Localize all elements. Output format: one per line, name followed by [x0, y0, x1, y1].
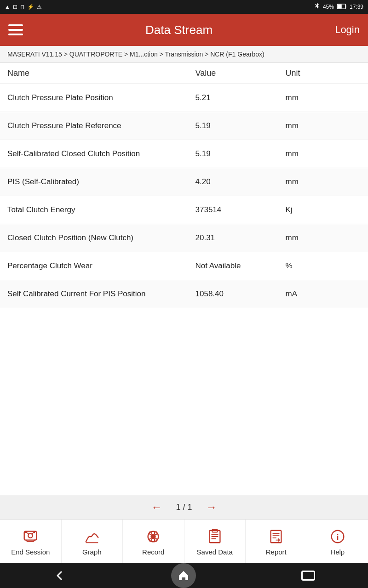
row-name-7: Self Calibrated Current For PIS Position	[7, 289, 196, 299]
value-column-header: Value	[196, 68, 286, 78]
row-value-2: 5.19	[196, 149, 286, 158]
end-session-icon	[21, 527, 40, 546]
svg-rect-15	[271, 530, 282, 543]
status-bar: ▲ ⊡ ⊓ ⚡ ⚠ 45% 17:39	[0, 0, 368, 14]
signal-icon: ▲	[5, 4, 10, 10]
row-name-3: PIS (Self-Calibrated)	[7, 177, 196, 187]
nav-end-session[interactable]: End Session	[0, 520, 62, 563]
table-row[interactable]: Self Calibrated Current For PIS Position…	[0, 280, 368, 308]
row-value-3: 4.20	[196, 177, 286, 187]
row-value-6: Not Available	[196, 261, 286, 271]
table-row[interactable]: Total Clutch Energy 373514 Kj	[0, 196, 368, 224]
row-value-7: 1058.40	[196, 289, 286, 299]
table-row[interactable]: Closed Clutch Position (New Clutch) 20.3…	[0, 224, 368, 252]
nav-label-record: Record	[142, 548, 164, 556]
row-unit-3: mm	[286, 177, 361, 187]
row-name-1: Clutch Pressure Plate Reference	[7, 121, 196, 130]
row-name-0: Clutch Pressure Plate Position	[7, 93, 196, 102]
row-unit-6: %	[286, 261, 361, 271]
page-indicator: 1 / 1	[176, 503, 192, 512]
nav-record[interactable]: Record	[123, 520, 184, 563]
pagination: ← 1 / 1 →	[0, 495, 368, 519]
table-row[interactable]: Clutch Pressure Plate Position 5.21 mm	[0, 84, 368, 112]
nav-report[interactable]: Report	[246, 520, 307, 563]
battery-percentage: 45%	[323, 4, 334, 10]
svg-point-10	[155, 531, 157, 534]
row-value-1: 5.19	[196, 121, 286, 130]
table-row[interactable]: Self-Calibrated Closed Clutch Position 5…	[0, 140, 368, 168]
row-unit-5: mm	[286, 233, 361, 243]
recents-button[interactable]	[301, 571, 315, 581]
row-value-0: 5.21	[196, 93, 286, 102]
nav-help[interactable]: i Help	[307, 520, 368, 563]
table-row[interactable]: Percentage Clutch Wear Not Available %	[0, 252, 368, 280]
saved-data-icon	[205, 527, 224, 546]
row-unit-2: mm	[286, 149, 361, 158]
row-name-2: Self-Calibrated Closed Clutch Position	[7, 149, 196, 158]
prev-page-button[interactable]: ←	[151, 501, 162, 514]
unit-column-header: Unit	[286, 68, 361, 78]
row-unit-1: mm	[286, 121, 361, 130]
bottom-nav: End Session Graph Record Saved Data Repo…	[0, 519, 368, 563]
row-name-6: Percentage Clutch Wear	[7, 261, 196, 271]
svg-point-12	[155, 538, 157, 541]
nav-saved-data[interactable]: Saved Data	[184, 520, 246, 563]
bluetooth-icon	[314, 3, 320, 11]
row-name-4: Total Clutch Energy	[7, 205, 196, 215]
time-display: 17:39	[350, 4, 363, 10]
table-row[interactable]: Clutch Pressure Plate Reference 5.19 mm	[0, 112, 368, 140]
svg-point-4	[34, 531, 35, 533]
status-left: ▲ ⊡ ⊓ ⚡ ⚠	[5, 4, 42, 10]
hamburger-icon[interactable]	[8, 24, 23, 35]
svg-text:i: i	[336, 532, 339, 541]
vibrate-icon: ⊓	[20, 4, 24, 10]
nav-label-help: Help	[330, 548, 345, 556]
record-icon	[144, 527, 163, 546]
breadcrumb: MASERATI V11.15 > QUATTROPORTE > M1...ct…	[0, 46, 368, 63]
report-icon	[266, 527, 286, 546]
header-title: Data Stream	[145, 23, 213, 37]
back-button[interactable]	[53, 569, 66, 582]
graph-icon	[82, 527, 102, 546]
row-name-5: Closed Clutch Position (New Clutch)	[7, 233, 196, 243]
row-unit-4: Kj	[286, 205, 361, 215]
svg-point-8	[151, 534, 156, 539]
row-unit-0: mm	[286, 93, 361, 102]
system-nav-bar	[0, 563, 368, 588]
name-column-header: Name	[7, 68, 196, 78]
warning-icon: ⚠	[37, 4, 42, 10]
nav-label-report: Report	[266, 548, 287, 556]
row-value-4: 373514	[196, 205, 286, 215]
svg-point-11	[150, 538, 152, 541]
help-icon: i	[328, 527, 347, 546]
battery-charging-icon: ⚡	[27, 4, 34, 10]
data-table: Clutch Pressure Plate Position 5.21 mm C…	[0, 84, 368, 308]
nav-label-graph: Graph	[82, 548, 102, 556]
next-page-button[interactable]: →	[206, 501, 217, 514]
home-button[interactable]	[171, 563, 196, 588]
row-value-5: 20.31	[196, 233, 286, 243]
nav-label-saved-data: Saved Data	[197, 548, 233, 556]
header: Data Stream Login	[0, 14, 368, 46]
svg-point-5	[25, 531, 27, 533]
table-header: Name Value Unit	[0, 63, 368, 84]
row-unit-7: mA	[286, 289, 361, 299]
svg-point-9	[150, 531, 152, 534]
nav-graph[interactable]: Graph	[62, 520, 123, 563]
nav-label-end-session: End Session	[11, 548, 50, 556]
login-button[interactable]: Login	[335, 24, 360, 36]
status-right: 45% 17:39	[314, 3, 363, 11]
table-row[interactable]: PIS (Self-Calibrated) 4.20 mm	[0, 168, 368, 196]
battery-icon	[337, 4, 347, 11]
wifi-icon: ⊡	[13, 4, 17, 10]
svg-rect-1	[338, 5, 341, 8]
